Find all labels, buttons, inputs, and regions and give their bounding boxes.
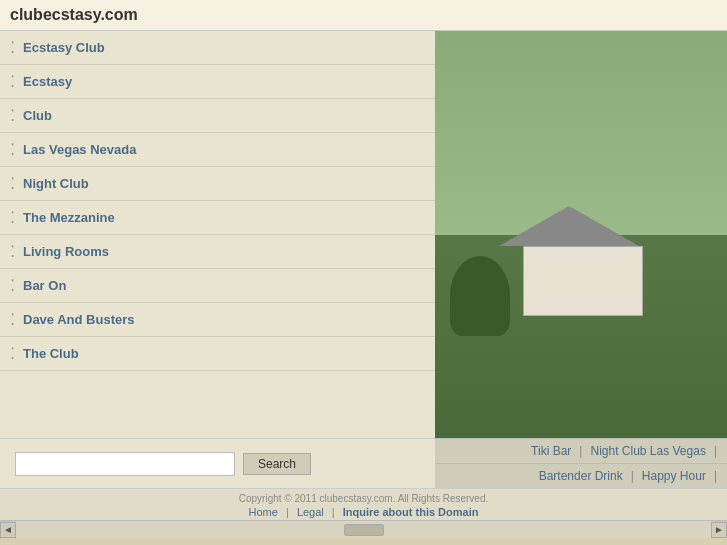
- sidebar-link-8[interactable]: Dave And Busters: [23, 312, 135, 327]
- scroll-thumb[interactable]: [344, 524, 384, 536]
- sidebar-link-0[interactable]: Ecstasy Club: [23, 40, 105, 55]
- inquire-link[interactable]: Inquire about this Domain: [343, 506, 479, 518]
- search-button[interactable]: Search: [243, 453, 311, 475]
- right-links: Tiki Bar | Night Club Las Vegas | Barten…: [435, 438, 727, 488]
- scroll-left-button[interactable]: ◄: [0, 522, 16, 538]
- sidebar-link-5[interactable]: The Mezzanine: [23, 210, 115, 225]
- sidebar-item-0[interactable]: ⁚Ecstasy Club: [0, 31, 435, 65]
- sidebar-bullet: ⁚: [10, 140, 15, 159]
- separator-4: |: [714, 469, 717, 483]
- sidebar: ⁚Ecstasy Club⁚Ecstasy⁚Club⁚Las Vegas Nev…: [0, 31, 435, 438]
- sidebar-bullet: ⁚: [10, 72, 15, 91]
- sidebar-bullet: ⁚: [10, 208, 15, 227]
- separator-3: |: [631, 469, 634, 483]
- sidebar-item-8[interactable]: ⁚Dave And Busters: [0, 303, 435, 337]
- sidebar-bullet: ⁚: [10, 38, 15, 57]
- copyright-text: Copyright © 2011 clubecstasy.com. All Ri…: [0, 493, 727, 504]
- sidebar-item-3[interactable]: ⁚Las Vegas Nevada: [0, 133, 435, 167]
- search-area: Search: [0, 438, 435, 488]
- footer-links: Home | Legal | Inquire about this Domain: [0, 506, 727, 518]
- sidebar-bullet: ⁚: [10, 242, 15, 261]
- trees: [450, 256, 510, 336]
- happy-hour-link[interactable]: Happy Hour: [642, 469, 706, 483]
- tiki-bar-link[interactable]: Tiki Bar: [531, 444, 571, 458]
- sidebar-item-1[interactable]: ⁚Ecstasy: [0, 65, 435, 99]
- separator-2: |: [714, 444, 717, 458]
- site-title: clubecstasy.com: [10, 6, 138, 23]
- sidebar-link-1[interactable]: Ecstasy: [23, 74, 72, 89]
- scroll-track[interactable]: [16, 521, 711, 538]
- bottom-row: Search Tiki Bar | Night Club Las Vegas |…: [0, 438, 727, 488]
- separator-1: |: [579, 444, 582, 458]
- sidebar-bullet: ⁚: [10, 344, 15, 363]
- bartender-drink-link[interactable]: Bartender Drink: [539, 469, 623, 483]
- night-club-las-vegas-link[interactable]: Night Club Las Vegas: [590, 444, 705, 458]
- search-input[interactable]: [15, 452, 235, 476]
- sidebar-bullet: ⁚: [10, 310, 15, 329]
- sidebar-item-5[interactable]: ⁚The Mezzanine: [0, 201, 435, 235]
- sidebar-bullet: ⁚: [10, 174, 15, 193]
- sidebar-link-6[interactable]: Living Rooms: [23, 244, 109, 259]
- sidebar-link-4[interactable]: Night Club: [23, 176, 89, 191]
- sky: [435, 31, 727, 235]
- sidebar-item-2[interactable]: ⁚Club: [0, 99, 435, 133]
- sidebar-item-6[interactable]: ⁚Living Rooms: [0, 235, 435, 269]
- house-roof: [499, 206, 639, 246]
- sidebar-item-4[interactable]: ⁚Night Club: [0, 167, 435, 201]
- legal-link[interactable]: Legal: [297, 506, 324, 518]
- home-link[interactable]: Home: [249, 506, 278, 518]
- scroll-right-button[interactable]: ►: [711, 522, 727, 538]
- sidebar-item-9[interactable]: ⁚The Club: [0, 337, 435, 371]
- footer: Copyright © 2011 clubecstasy.com. All Ri…: [0, 488, 727, 520]
- house-body: [523, 246, 643, 316]
- sidebar-link-2[interactable]: Club: [23, 108, 52, 123]
- link-row-2: Bartender Drink | Happy Hour |: [435, 463, 727, 488]
- main-content: ⁚Ecstasy Club⁚Ecstasy⁚Club⁚Las Vegas Nev…: [0, 31, 727, 438]
- scrollbar: ◄ ►: [0, 520, 727, 538]
- sidebar-link-7[interactable]: Bar On: [23, 278, 66, 293]
- page-header: clubecstasy.com: [0, 0, 727, 31]
- sidebar-item-7[interactable]: ⁚Bar On: [0, 269, 435, 303]
- sidebar-link-9[interactable]: The Club: [23, 346, 79, 361]
- sidebar-link-3[interactable]: Las Vegas Nevada: [23, 142, 136, 157]
- house-scene: [435, 31, 727, 438]
- hero-image: [435, 31, 727, 438]
- sidebar-bullet: ⁚: [10, 276, 15, 295]
- sidebar-bullet: ⁚: [10, 106, 15, 125]
- link-row-1: Tiki Bar | Night Club Las Vegas |: [435, 438, 727, 463]
